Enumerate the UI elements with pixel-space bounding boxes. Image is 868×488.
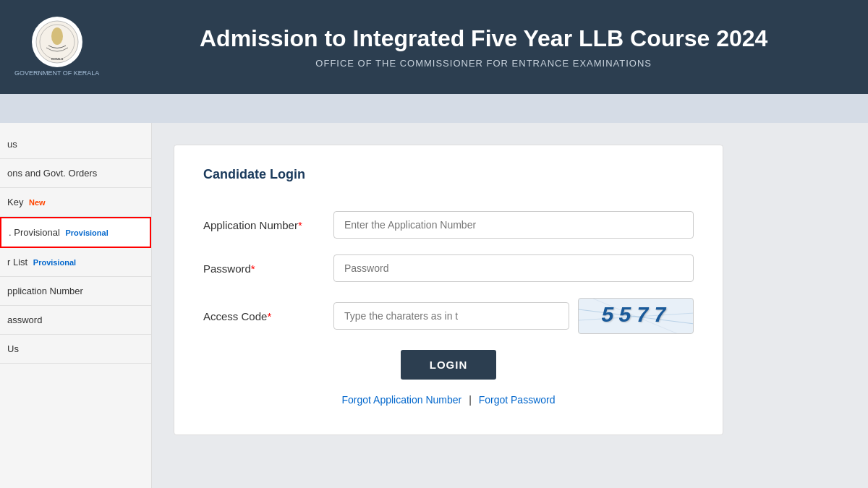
login-button-row: LOGIN: [203, 350, 694, 380]
required-star-2: *: [251, 262, 255, 275]
content-area: Candidate Login Application Number* Pass…: [152, 123, 868, 488]
main-container: us ons and Govt. Orders Key New . Provis…: [0, 123, 868, 488]
password-input[interactable]: [333, 254, 694, 282]
svg-text:KERALA: KERALA: [51, 57, 63, 61]
header-text-block: Admission to Integrated Five Year LLB Co…: [114, 25, 854, 69]
page-header: KERALA GOVERNMENT OF KERALA Admission to…: [0, 0, 868, 94]
password-label: Password*: [203, 262, 333, 275]
application-number-input[interactable]: [333, 211, 694, 239]
required-star-3: *: [267, 310, 271, 322]
access-code-label: Access Code*: [203, 310, 333, 322]
sidebar-label-list: r List: [7, 257, 27, 267]
captcha-row: 5577: [333, 298, 694, 334]
captcha-value: 5577: [601, 304, 671, 328]
sidebar-item-key[interactable]: Key New: [0, 188, 151, 217]
login-card: Candidate Login Application Number* Pass…: [174, 145, 723, 435]
links-separator: |: [469, 394, 472, 406]
badge-new: New: [29, 198, 46, 207]
sidebar-item-contact[interactable]: Us: [0, 335, 151, 364]
sidebar-label-appno: pplication Number: [7, 286, 83, 296]
captcha-image: 5577: [578, 298, 694, 334]
sidebar-label-key: Key: [7, 197, 23, 207]
login-card-title: Candidate Login: [203, 167, 694, 189]
badge-provisional: Provisional: [65, 228, 108, 237]
forgot-links-row: Forgot Application Number | Forgot Passw…: [203, 394, 694, 406]
sidebar-item-appno[interactable]: pplication Number: [0, 277, 151, 306]
application-number-row: Application Number*: [203, 211, 694, 239]
access-code-input[interactable]: [333, 302, 569, 330]
svg-point-2: [51, 27, 63, 45]
sidebar-label-us: us: [7, 139, 17, 150]
forgot-password-link[interactable]: Forgot Password: [479, 394, 556, 406]
page-title: Admission to Integrated Five Year LLB Co…: [114, 25, 854, 52]
forgot-application-link[interactable]: Forgot Application Number: [341, 394, 461, 406]
password-row: Password*: [203, 254, 694, 282]
sidebar: us ons and Govt. Orders Key New . Provis…: [0, 123, 152, 488]
login-button[interactable]: LOGIN: [401, 350, 497, 380]
kerala-emblem: KERALA: [32, 17, 82, 67]
sidebar-label-orders: ons and Govt. Orders: [7, 168, 97, 179]
sidebar-item-password[interactable]: assword: [0, 306, 151, 335]
sidebar-item-orders[interactable]: ons and Govt. Orders: [0, 159, 151, 188]
sub-header-bar: [0, 94, 868, 123]
page-subtitle: OFFICE OF THE COMMISSIONER FOR ENTRANCE …: [114, 58, 854, 69]
sidebar-item-list[interactable]: r List Provisional: [0, 248, 151, 277]
sidebar-label-password: assword: [7, 314, 42, 325]
logo-label: GOVERNMENT OF KERALA: [14, 69, 99, 78]
required-star: *: [298, 219, 302, 231]
badge-provisional-list: Provisional: [33, 258, 76, 267]
sidebar-label-provisional: . Provisional: [9, 227, 60, 238]
access-code-row: Access Code* 5577: [203, 298, 694, 334]
sidebar-item-us[interactable]: us: [0, 130, 151, 159]
sidebar-label-contact: Us: [7, 343, 19, 354]
application-number-label: Application Number*: [203, 219, 333, 231]
sidebar-item-provisional[interactable]: . Provisional Provisional: [0, 217, 151, 248]
logo-container: KERALA GOVERNMENT OF KERALA: [14, 17, 99, 78]
